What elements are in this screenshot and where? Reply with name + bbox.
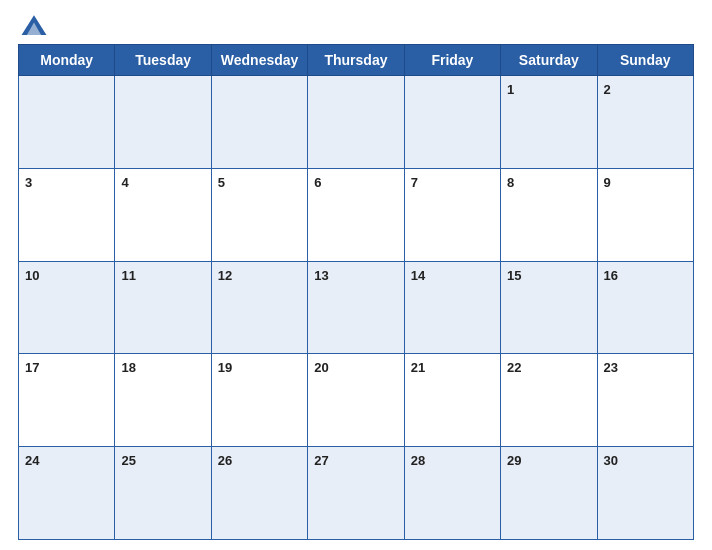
calendar-cell: 13 xyxy=(308,261,404,354)
top-bar xyxy=(18,10,694,42)
day-number: 16 xyxy=(604,268,618,283)
calendar-header: MondayTuesdayWednesdayThursdayFridaySatu… xyxy=(19,45,694,76)
day-header-sunday: Sunday xyxy=(597,45,693,76)
day-header-tuesday: Tuesday xyxy=(115,45,211,76)
calendar-cell: 21 xyxy=(404,354,500,447)
calendar-cell xyxy=(19,76,115,169)
day-number: 22 xyxy=(507,360,521,375)
day-number: 3 xyxy=(25,175,32,190)
calendar-cell: 16 xyxy=(597,261,693,354)
calendar-cell: 4 xyxy=(115,168,211,261)
day-number: 6 xyxy=(314,175,321,190)
day-number: 18 xyxy=(121,360,135,375)
calendar-cell: 22 xyxy=(501,354,597,447)
day-header-monday: Monday xyxy=(19,45,115,76)
day-header-friday: Friday xyxy=(404,45,500,76)
days-of-week-row: MondayTuesdayWednesdayThursdayFridaySatu… xyxy=(19,45,694,76)
day-number: 29 xyxy=(507,453,521,468)
calendar-week-row: 12 xyxy=(19,76,694,169)
day-header-saturday: Saturday xyxy=(501,45,597,76)
day-number: 10 xyxy=(25,268,39,283)
day-number: 17 xyxy=(25,360,39,375)
day-number: 1 xyxy=(507,82,514,97)
day-number: 20 xyxy=(314,360,328,375)
calendar-cell xyxy=(211,76,307,169)
day-number: 2 xyxy=(604,82,611,97)
day-number: 5 xyxy=(218,175,225,190)
day-number: 9 xyxy=(604,175,611,190)
calendar-cell: 27 xyxy=(308,447,404,540)
calendar-cell: 20 xyxy=(308,354,404,447)
calendar-cell: 26 xyxy=(211,447,307,540)
calendar-cell: 5 xyxy=(211,168,307,261)
calendar-cell: 3 xyxy=(19,168,115,261)
day-number: 23 xyxy=(604,360,618,375)
day-number: 30 xyxy=(604,453,618,468)
day-number: 21 xyxy=(411,360,425,375)
day-number: 11 xyxy=(121,268,135,283)
calendar-cell: 28 xyxy=(404,447,500,540)
calendar-cell: 18 xyxy=(115,354,211,447)
calendar-cell: 9 xyxy=(597,168,693,261)
day-number: 28 xyxy=(411,453,425,468)
day-number: 15 xyxy=(507,268,521,283)
calendar-cell: 29 xyxy=(501,447,597,540)
day-number: 12 xyxy=(218,268,232,283)
calendar-cell: 14 xyxy=(404,261,500,354)
day-header-thursday: Thursday xyxy=(308,45,404,76)
calendar-cell: 25 xyxy=(115,447,211,540)
day-number: 19 xyxy=(218,360,232,375)
calendar-table: MondayTuesdayWednesdayThursdayFridaySatu… xyxy=(18,44,694,540)
calendar-cell xyxy=(308,76,404,169)
calendar-cell: 15 xyxy=(501,261,597,354)
calendar-cell: 7 xyxy=(404,168,500,261)
calendar-week-row: 24252627282930 xyxy=(19,447,694,540)
calendar-week-row: 10111213141516 xyxy=(19,261,694,354)
calendar-week-row: 17181920212223 xyxy=(19,354,694,447)
day-number: 7 xyxy=(411,175,418,190)
logo-area xyxy=(18,10,54,42)
calendar-cell: 24 xyxy=(19,447,115,540)
day-number: 27 xyxy=(314,453,328,468)
day-number: 8 xyxy=(507,175,514,190)
calendar-cell: 8 xyxy=(501,168,597,261)
calendar-cell: 2 xyxy=(597,76,693,169)
calendar-cell xyxy=(115,76,211,169)
calendar-cell: 11 xyxy=(115,261,211,354)
calendar-week-row: 3456789 xyxy=(19,168,694,261)
calendar-cell: 19 xyxy=(211,354,307,447)
calendar-cell: 10 xyxy=(19,261,115,354)
day-header-wednesday: Wednesday xyxy=(211,45,307,76)
day-number: 26 xyxy=(218,453,232,468)
generalblue-logo-icon xyxy=(18,10,50,42)
calendar-body: 1234567891011121314151617181920212223242… xyxy=(19,76,694,540)
calendar-cell: 17 xyxy=(19,354,115,447)
day-number: 4 xyxy=(121,175,128,190)
day-number: 24 xyxy=(25,453,39,468)
calendar-cell: 1 xyxy=(501,76,597,169)
day-number: 14 xyxy=(411,268,425,283)
calendar-cell: 6 xyxy=(308,168,404,261)
day-number: 13 xyxy=(314,268,328,283)
calendar-cell xyxy=(404,76,500,169)
calendar-cell: 23 xyxy=(597,354,693,447)
day-number: 25 xyxy=(121,453,135,468)
calendar-cell: 30 xyxy=(597,447,693,540)
calendar-cell: 12 xyxy=(211,261,307,354)
